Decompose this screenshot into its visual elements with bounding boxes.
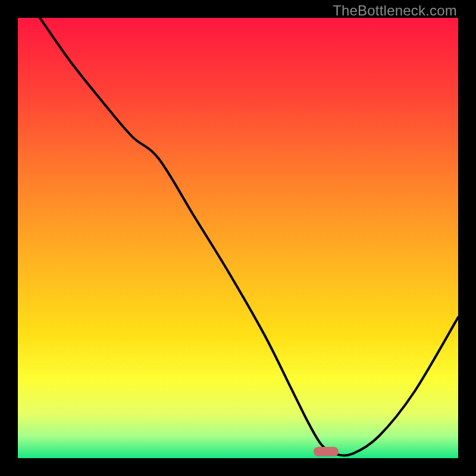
svg-rect-0: [18, 18, 458, 458]
gradient-background: [18, 18, 458, 458]
chart-frame: [18, 18, 458, 458]
watermark-text: TheBottleneck.com: [333, 2, 457, 19]
optimum-marker: [314, 447, 339, 456]
